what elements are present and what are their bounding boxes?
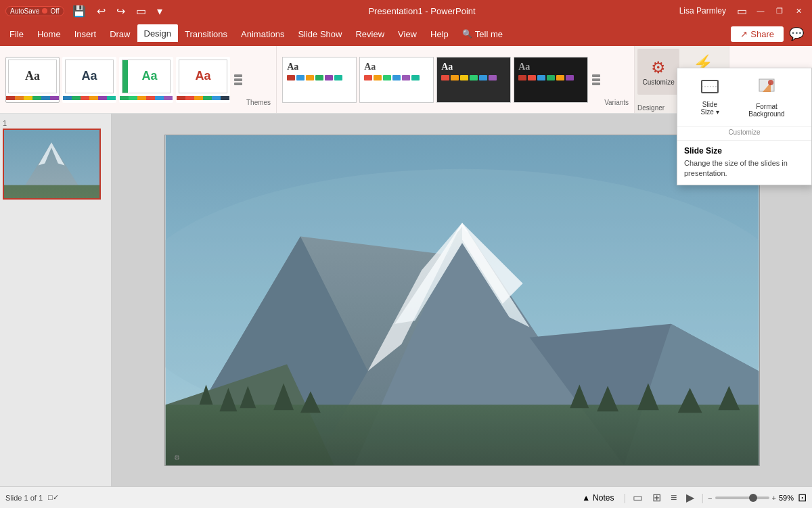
menu-review[interactable]: Review: [348, 24, 391, 43]
popup-tooltip: Slide Size Change the size of the slides…: [677, 140, 811, 185]
comments-icon[interactable]: 💬: [784, 24, 809, 44]
normal-view-button[interactable]: ▭: [630, 490, 646, 505]
slide-number: 1: [3, 119, 108, 127]
popup-buttons: SlideSize ▾ FormatBackground: [677, 68, 811, 127]
redo-icon[interactable]: ↪: [114, 3, 128, 19]
undo-icon[interactable]: ↩: [94, 3, 108, 19]
slide-size-label: SlideSize ▾: [700, 101, 719, 116]
customize-button[interactable]: ⚙ Customize: [637, 49, 679, 95]
tooltip-title: Slide Size: [684, 146, 805, 156]
theme-3[interactable]: Aa: [119, 57, 173, 103]
bottom-left: Slide 1 of 1 □✓: [5, 493, 59, 502]
zoom-bar: − + 59%: [708, 494, 794, 502]
menu-tellme[interactable]: 🔍 Tell me: [455, 24, 510, 43]
minimize-button[interactable]: —: [752, 3, 769, 19]
variant-scroll[interactable]: [591, 73, 602, 87]
slide-sorter-button[interactable]: ⊞: [650, 490, 664, 505]
menu-help[interactable]: Help: [424, 24, 455, 43]
zoom-slider[interactable]: [715, 497, 769, 499]
autosave-dot: [42, 8, 47, 14]
menu-view[interactable]: View: [391, 24, 424, 43]
popup-section-label: Customize: [677, 127, 811, 140]
theme-office[interactable]: Aa: [5, 57, 60, 103]
title-bar-left: AutoSave Off 💾 ↩ ↪ ▭ ▾: [5, 3, 165, 19]
title-bar-right: Lisa Parmley ▭ — ❐ ✕: [679, 3, 807, 19]
themes-content: Aa Aa Aa: [5, 57, 244, 103]
menu-draw[interactable]: Draw: [103, 24, 137, 43]
slide-thumbnail[interactable]: [3, 129, 101, 200]
present-icon[interactable]: ▭: [133, 3, 149, 19]
svg-point-3: [768, 80, 773, 85]
menu-slideshow[interactable]: Slide Show: [291, 24, 348, 43]
svg-text:⚙: ⚙: [173, 454, 179, 461]
svg-rect-32: [165, 135, 758, 465]
tooltip-text: Change the size of the slides in present…: [684, 158, 805, 179]
slide-count: Slide 1 of 1: [5, 494, 43, 502]
variant-1[interactable]: Aa: [282, 57, 357, 103]
themes-label: Themes: [246, 99, 271, 108]
menu-design[interactable]: Design: [137, 24, 178, 43]
variant-4[interactable]: Aa: [514, 57, 588, 103]
theme-scroll[interactable]: [233, 73, 244, 87]
slide-panel: 1: [0, 114, 112, 486]
format-background-button[interactable]: FormatBackground: [740, 74, 794, 121]
fit-to-window-button[interactable]: ⊡: [798, 491, 807, 504]
customize-label: Customize: [642, 78, 674, 86]
svg-rect-8: [4, 129, 99, 198]
bottom-bar: Slide 1 of 1 □✓ ▲ Notes | ▭ ⊞ ≡ ▶ | − + …: [0, 486, 812, 508]
format-background-icon: [757, 77, 776, 100]
menu-bar: File Home Insert Draw Design Transitions…: [0, 22, 812, 46]
bottom-right: ▲ Notes | ▭ ⊞ ≡ ▶ | − + 59% ⊡: [577, 490, 807, 505]
divider-2: |: [701, 492, 704, 503]
zoom-thumb: [749, 494, 757, 502]
autosave-badge[interactable]: AutoSave Off: [5, 6, 64, 16]
variants-content: Aa Aa: [282, 57, 602, 103]
user-name: Lisa Parmley: [679, 6, 726, 16]
variants-label: Variants: [604, 99, 629, 108]
zoom-percent: 59%: [779, 494, 794, 502]
divider-1: |: [623, 492, 626, 503]
autosave-state: Off: [50, 7, 59, 15]
variant-3[interactable]: Aa: [436, 57, 511, 103]
close-button[interactable]: ✕: [790, 3, 807, 19]
slide-canvas: ⚙: [164, 135, 760, 466]
app-title: Presentation1 - PowerPoint: [368, 6, 475, 16]
menu-file[interactable]: File: [3, 24, 30, 43]
restore-button[interactable]: ❐: [771, 3, 788, 19]
menu-insert[interactable]: Insert: [68, 24, 104, 43]
menu-home[interactable]: Home: [30, 24, 68, 43]
customize-popup: SlideSize ▾ FormatBackground Customize S…: [677, 68, 812, 185]
format-background-label: FormatBackground: [748, 103, 784, 118]
customize-icon: ⚙: [651, 58, 666, 77]
share-button[interactable]: ↗ Share: [731, 26, 784, 42]
title-bar: AutoSave Off 💾 ↩ ↪ ▭ ▾ Presentation1 - P…: [0, 0, 812, 22]
slide-size-icon: [700, 79, 719, 98]
variants-section: Aa Aa: [277, 46, 635, 113]
slideshow-button[interactable]: ▶: [683, 490, 697, 505]
notes-label: Notes: [593, 493, 614, 503]
save-icon[interactable]: 💾: [70, 3, 89, 19]
zoom-in-icon[interactable]: +: [772, 494, 776, 502]
slide-size-button[interactable]: SlideSize ▾: [683, 74, 737, 121]
menu-transitions[interactable]: Transitions: [178, 24, 234, 43]
notes-button[interactable]: ▲ Notes: [577, 492, 619, 504]
theme-4[interactable]: Aa: [176, 57, 230, 103]
notes-icon: ▲: [582, 493, 590, 503]
autosave-label: AutoSave: [10, 7, 39, 15]
quick-access-icon[interactable]: ▾: [154, 3, 165, 19]
reading-view-button[interactable]: ≡: [668, 490, 679, 505]
notes-check: □✓: [48, 493, 59, 502]
theme-2[interactable]: Aa: [62, 57, 116, 103]
menu-animations[interactable]: Animations: [234, 24, 291, 43]
ribbon-display-icon[interactable]: ▭: [734, 3, 750, 19]
variant-2[interactable]: Aa: [359, 57, 434, 103]
zoom-out-icon[interactable]: −: [708, 494, 712, 502]
themes-section: Aa Aa Aa: [0, 46, 277, 113]
